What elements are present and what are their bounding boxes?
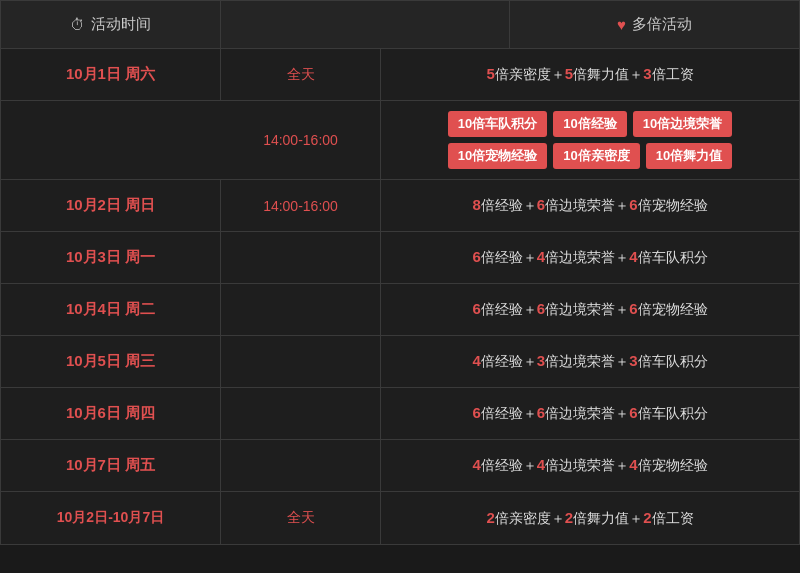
badge: 10倍宠物经验: [448, 143, 547, 169]
activity-text: 6倍经验＋4倍边境荣誉＋4倍车队积分: [472, 248, 707, 267]
header-time-label: 活动时间: [91, 15, 151, 34]
badge-row: 10倍车队积分 10倍经验 10倍边境荣誉: [448, 111, 732, 137]
activities-cell: 2倍亲密度＋2倍舞力值＋2倍工资: [381, 492, 799, 544]
time-cell: 全天: [221, 492, 381, 544]
activities-cell: 6倍经验＋6倍边境荣誉＋6倍宠物经验: [381, 284, 799, 335]
date-cell: 10月6日 周四: [1, 388, 221, 439]
date-cell: 10月1日 周六: [1, 49, 221, 100]
activity-text: 4倍经验＋4倍边境荣誉＋4倍宠物经验: [472, 456, 707, 475]
table-header: ⏱ 活动时间 ♥ 多倍活动: [1, 1, 799, 49]
date-cell: 10月3日 周一: [1, 232, 221, 283]
header-time: ⏱ 活动时间: [1, 1, 221, 48]
schedule-table: ⏱ 活动时间 ♥ 多倍活动 10月1日 周六 全天 5倍亲密度＋5倍舞力值＋3倍…: [0, 0, 800, 545]
activities-cell: 6倍经验＋4倍边境荣誉＋4倍车队积分: [381, 232, 799, 283]
badge: 10倍亲密度: [553, 143, 639, 169]
table-row: 10月7日 周五 4倍经验＋4倍边境荣誉＋4倍宠物经验: [1, 440, 799, 492]
header-time2: [221, 1, 510, 48]
time-cell: [221, 440, 381, 491]
badge: 10倍舞力值: [646, 143, 732, 169]
activity-text: 5倍亲密度＋5倍舞力值＋3倍工资: [486, 65, 693, 84]
table-row: 10月6日 周四 6倍经验＋6倍边境荣誉＋6倍车队积分: [1, 388, 799, 440]
table-row: 14:00-16:00 10倍车队积分 10倍经验 10倍边境荣誉 10倍宠物经…: [1, 101, 799, 180]
table-row: 10月2日 周日 14:00-16:00 8倍经验＋6倍边境荣誉＋6倍宠物经验: [1, 180, 799, 232]
activity-text: 2倍亲密度＋2倍舞力值＋2倍工资: [486, 509, 693, 528]
activity-text: 6倍经验＋6倍边境荣誉＋6倍车队积分: [472, 404, 707, 423]
activity-text: 4倍经验＋3倍边境荣誉＋3倍车队积分: [472, 352, 707, 371]
badge: 10倍车队积分: [448, 111, 547, 137]
time-cell: 全天: [221, 49, 381, 100]
header-activity-label: 多倍活动: [632, 15, 692, 34]
badge-row: 10倍宠物经验 10倍亲密度 10倍舞力值: [448, 143, 732, 169]
activities-cell: 6倍经验＋6倍边境荣誉＋6倍车队积分: [381, 388, 799, 439]
date-cell: 10月2日 周日: [1, 180, 221, 231]
time-cell: [221, 284, 381, 335]
date-cell: 10月2日-10月7日: [1, 492, 221, 544]
activities-cell: 8倍经验＋6倍边境荣誉＋6倍宠物经验: [381, 180, 799, 231]
header-activity: ♥ 多倍活动: [510, 1, 799, 48]
time-cell: [221, 336, 381, 387]
time-cell: 14:00-16:00: [221, 101, 381, 179]
date-cell: 10月4日 周二: [1, 284, 221, 335]
clock-icon: ⏱: [70, 16, 85, 33]
badge: 10倍经验: [553, 111, 626, 137]
date-cell: 10月5日 周三: [1, 336, 221, 387]
time-cell: 14:00-16:00: [221, 180, 381, 231]
activities-cell: 4倍经验＋4倍边境荣誉＋4倍宠物经验: [381, 440, 799, 491]
activities-cell: 10倍车队积分 10倍经验 10倍边境荣誉 10倍宠物经验 10倍亲密度 10倍…: [381, 101, 799, 179]
table-row: 10月5日 周三 4倍经验＋3倍边境荣誉＋3倍车队积分: [1, 336, 799, 388]
table-row: 10月3日 周一 6倍经验＋4倍边境荣誉＋4倍车队积分: [1, 232, 799, 284]
table-row: 10月1日 周六 全天 5倍亲密度＋5倍舞力值＋3倍工资: [1, 49, 799, 101]
activity-text: 6倍经验＋6倍边境荣誉＋6倍宠物经验: [472, 300, 707, 319]
heart-icon: ♥: [617, 16, 626, 33]
time-cell: [221, 232, 381, 283]
activities-cell: 5倍亲密度＋5倍舞力值＋3倍工资: [381, 49, 799, 100]
activity-text: 8倍经验＋6倍边境荣誉＋6倍宠物经验: [472, 196, 707, 215]
badge: 10倍边境荣誉: [633, 111, 732, 137]
date-cell: 10月7日 周五: [1, 440, 221, 491]
activities-cell: 4倍经验＋3倍边境荣誉＋3倍车队积分: [381, 336, 799, 387]
table-row: 10月2日-10月7日 全天 2倍亲密度＋2倍舞力值＋2倍工资: [1, 492, 799, 544]
table-row: 10月4日 周二 6倍经验＋6倍边境荣誉＋6倍宠物经验: [1, 284, 799, 336]
time-cell: [221, 388, 381, 439]
